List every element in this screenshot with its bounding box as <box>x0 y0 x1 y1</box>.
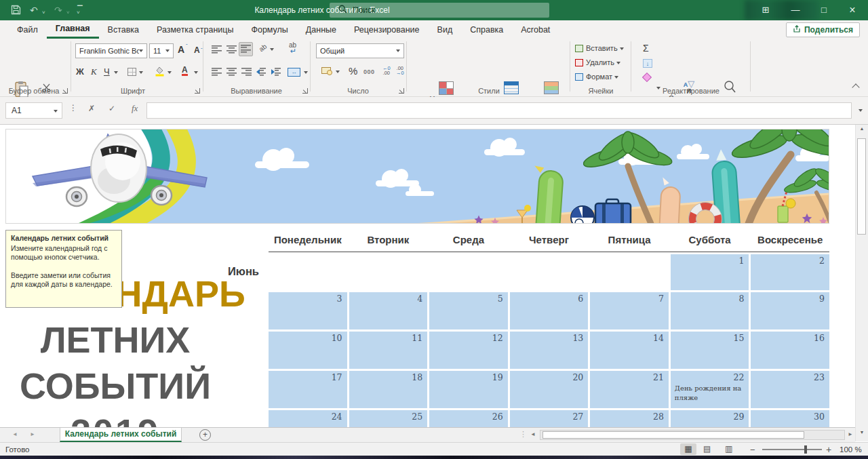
insert-function-icon[interactable]: fx <box>132 103 138 114</box>
align-center-icon[interactable] <box>226 68 237 76</box>
borders-caret-icon[interactable] <box>139 71 143 74</box>
fill-color-icon[interactable] <box>155 66 165 78</box>
tab-page-layout[interactable]: Разметка страницы <box>148 20 242 39</box>
search-box[interactable]: Поиск <box>330 3 549 18</box>
merge-center-caret-icon[interactable] <box>304 71 308 74</box>
clipboard-dialog-launcher-icon[interactable] <box>62 88 68 94</box>
grow-font-icon[interactable]: А <box>178 44 184 55</box>
align-top-icon[interactable] <box>212 45 222 54</box>
accounting-format-icon[interactable] <box>321 67 331 75</box>
scroll-down-icon[interactable]: ▼ <box>856 430 868 435</box>
italic-button[interactable]: К <box>91 66 97 77</box>
collapse-ribbon-icon[interactable] <box>852 83 859 91</box>
calendar-day-cell[interactable]: 5 <box>429 292 508 330</box>
cancel-icon[interactable]: ✗ <box>88 104 95 113</box>
calendar-day-cell[interactable]: 16 <box>751 332 829 369</box>
calendar-day-cell[interactable]: 28 <box>590 410 669 427</box>
tab-splitter-icon[interactable]: ⋮ <box>519 430 527 439</box>
calendar-day-cell[interactable]: 12 <box>429 332 508 369</box>
tab-formulas[interactable]: Формулы <box>242 20 296 39</box>
delete-cells-button[interactable]: Удалить <box>575 58 620 66</box>
align-right-icon[interactable] <box>241 68 252 76</box>
calendar-day-cell[interactable]: 4 <box>349 292 428 330</box>
hscroll-left-icon[interactable]: ◄ <box>530 431 536 437</box>
sheet-nav-right-icon[interactable]: ► <box>30 431 35 437</box>
tab-help[interactable]: Справка <box>461 20 512 39</box>
autosum-icon[interactable]: Σ <box>643 43 649 54</box>
enter-icon[interactable]: ✓ <box>108 104 115 113</box>
sheet-tab-active[interactable]: Календарь летних событий <box>60 428 182 442</box>
calendar-day-cell[interactable]: 13 <box>510 332 589 369</box>
customize-qat-caret-icon[interactable]: ˅ <box>77 6 80 20</box>
calendar-day-cell[interactable]: 9 <box>751 292 829 330</box>
font-dialog-launcher-icon[interactable] <box>195 88 200 94</box>
tab-acrobat[interactable]: Acrobat <box>512 20 559 39</box>
calendar-day-cell[interactable]: 19 <box>429 371 508 408</box>
zoom-slider-track[interactable] <box>762 449 822 450</box>
tab-insert[interactable]: Вставка <box>99 20 148 39</box>
bold-button[interactable]: Ж <box>76 66 84 77</box>
save-icon[interactable] <box>11 5 21 18</box>
calendar-day-cell[interactable]: 30 <box>751 410 829 427</box>
calendar-day-cell[interactable]: 6 <box>510 292 589 330</box>
tab-view[interactable]: Вид <box>429 20 462 39</box>
vertical-scroll-thumb[interactable] <box>857 138 866 235</box>
view-page-layout-icon[interactable]: ▤ <box>703 444 711 454</box>
font-size-combo[interactable]: 11 <box>149 43 174 58</box>
number-format-combo[interactable]: Общий <box>316 43 404 58</box>
horizontal-scrollbar[interactable] <box>540 430 845 440</box>
orientation-caret-icon[interactable] <box>270 48 274 51</box>
zoom-out-icon[interactable]: − <box>750 445 755 455</box>
view-normal-icon[interactable]: ▦ <box>680 443 696 455</box>
fill-color-caret-icon[interactable] <box>167 71 172 74</box>
increase-decimal-icon[interactable]: ←0.00 <box>382 66 391 75</box>
zoom-slider-thumb[interactable] <box>804 445 807 454</box>
calendar-day-cell[interactable]: 1 <box>671 254 749 290</box>
tab-home[interactable]: Главная <box>47 20 99 39</box>
accounting-caret-icon[interactable] <box>336 71 340 73</box>
calendar-day-cell[interactable]: 11 <box>349 332 428 369</box>
close-icon[interactable]: × <box>840 0 865 20</box>
tab-review[interactable]: Рецензирование <box>345 20 429 39</box>
name-box-splitter-icon[interactable]: ⋮ <box>69 103 77 113</box>
underline-caret-icon[interactable] <box>114 71 118 74</box>
calendar-day-cell[interactable]: 18 <box>349 371 428 408</box>
orientation-icon[interactable]: ab <box>258 43 269 54</box>
view-page-break-icon[interactable]: ▥ <box>725 444 732 454</box>
undo-caret-icon[interactable]: ˅ <box>42 6 45 20</box>
calendar-day-cell[interactable]: 22День рождения на пляже <box>671 371 749 408</box>
calendar-day-cell[interactable]: 29 <box>671 410 749 427</box>
calendar-day-cell[interactable]: 23 <box>751 371 829 408</box>
shrink-font-icon[interactable]: А <box>194 45 200 55</box>
percent-style-icon[interactable]: % <box>349 65 357 77</box>
align-middle-icon[interactable] <box>226 45 237 54</box>
sheet-nav-left-icon[interactable]: ◄ <box>12 431 18 437</box>
merge-center-icon[interactable]: ↔ <box>288 68 300 77</box>
borders-icon[interactable] <box>127 68 136 76</box>
calendar-day-cell[interactable]: 27 <box>510 410 589 427</box>
zoom-level[interactable]: 100 % <box>840 445 862 454</box>
font-color-icon[interactable]: А <box>182 66 188 76</box>
undo-icon[interactable]: ↶ <box>30 3 38 17</box>
format-cells-button[interactable]: Формат <box>575 73 618 81</box>
calendar-day-cell[interactable]: 10 <box>269 332 347 369</box>
maximize-icon[interactable]: □ <box>811 0 837 20</box>
font-color-caret-icon[interactable] <box>194 71 198 74</box>
insert-cells-button[interactable]: Вставить <box>575 44 624 52</box>
calendar-empty-cell[interactable] <box>510 254 589 290</box>
calendar-day-cell[interactable]: 8 <box>671 292 749 330</box>
tab-file[interactable]: Файл <box>8 20 47 39</box>
calendar-day-cell[interactable]: 24 <box>269 410 347 427</box>
calendar-empty-cell[interactable] <box>590 254 669 290</box>
zoom-in-icon[interactable]: + <box>826 444 831 455</box>
number-dialog-launcher-icon[interactable] <box>399 88 404 94</box>
name-box[interactable]: A1 <box>5 102 62 119</box>
vertical-scrollbar[interactable]: ▲ ▼ <box>855 125 868 441</box>
formula-bar-expand-icon[interactable] <box>859 109 863 112</box>
minimize-icon[interactable]: — <box>783 0 808 20</box>
calendar-day-cell[interactable]: 2 <box>751 254 829 290</box>
calendar-day-cell[interactable]: 15 <box>671 332 749 369</box>
fill-down-icon[interactable]: ↓ <box>643 59 652 68</box>
calendar-day-cell[interactable]: 21 <box>590 371 669 408</box>
share-button[interactable]: Поделиться <box>786 22 860 37</box>
